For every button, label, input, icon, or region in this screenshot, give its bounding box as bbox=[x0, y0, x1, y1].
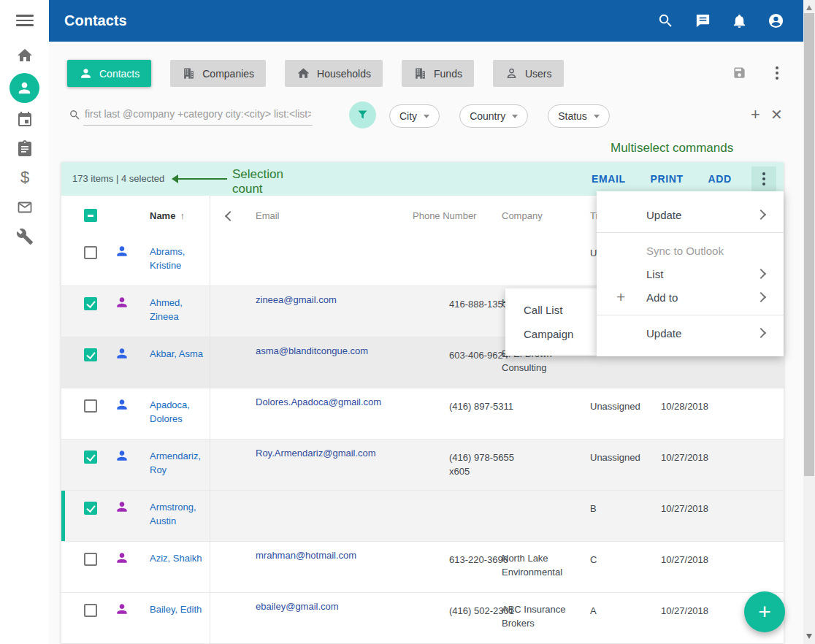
select-all-checkbox[interactable] bbox=[84, 209, 97, 222]
email-button[interactable]: EMAIL bbox=[592, 173, 626, 185]
row-checkbox[interactable] bbox=[84, 297, 97, 310]
print-button[interactable]: PRINT bbox=[651, 173, 684, 185]
add-filter-icon[interactable]: + bbox=[751, 105, 760, 124]
row-checkbox[interactable] bbox=[84, 502, 97, 515]
tab-households[interactable]: Households bbox=[285, 60, 383, 87]
vertical-scrollbar[interactable] bbox=[803, 0, 815, 644]
contact-name[interactable]: Abrams, Kristine bbox=[150, 245, 210, 272]
add-to-submenu: Call ListCampaign bbox=[505, 288, 597, 356]
table-row[interactable]: Aziz, Shaikhmrahman@hotmail.com613-220-3… bbox=[61, 542, 784, 593]
person-icon bbox=[79, 66, 93, 80]
row-checkbox[interactable] bbox=[84, 604, 97, 617]
menu-item-label: Campaign bbox=[524, 328, 573, 340]
chat-icon[interactable] bbox=[695, 12, 711, 29]
tab-label: Households bbox=[317, 68, 371, 80]
search-field-icon bbox=[69, 109, 81, 121]
tab-label: Contacts bbox=[99, 68, 139, 80]
tab-funds[interactable]: Funds bbox=[402, 60, 474, 87]
filter-chips: CityCountryStatus bbox=[389, 104, 610, 128]
add-contact-fab[interactable]: + bbox=[744, 591, 785, 632]
scroll-down-icon[interactable] bbox=[806, 634, 812, 639]
table-row[interactable]: Apadoca, DoloresDolores.Apadoca@gmail.co… bbox=[61, 388, 784, 440]
contact-email: ebailey@gmail.com bbox=[256, 599, 431, 613]
collapse-column-icon[interactable] bbox=[225, 211, 235, 221]
filter-funnel-button[interactable] bbox=[349, 101, 376, 129]
menu-item-update[interactable]: Update bbox=[597, 203, 784, 226]
scrollbar-thumb[interactable] bbox=[804, 13, 814, 476]
person-avatar-icon bbox=[115, 448, 129, 463]
person-avatar-icon bbox=[115, 244, 129, 258]
save-icon[interactable] bbox=[732, 66, 746, 80]
selection-summary: 173 items | 4 selected bbox=[72, 173, 164, 184]
filter-chip-city[interactable]: City bbox=[389, 104, 440, 128]
sort-ascending-icon: ↑ bbox=[180, 210, 185, 221]
contact-name[interactable]: Ahmed, Zineea bbox=[150, 296, 210, 323]
contact-tier: Unassigned bbox=[590, 399, 657, 413]
chip-label: Status bbox=[558, 110, 587, 122]
submenu-item-call-list[interactable]: Call List bbox=[505, 298, 597, 322]
row-checkbox[interactable] bbox=[84, 451, 97, 464]
column-divider bbox=[210, 196, 210, 644]
menu-item-label: Update bbox=[646, 209, 681, 221]
tasks-clipboard-icon[interactable] bbox=[16, 139, 34, 157]
chevron-right-icon bbox=[756, 269, 766, 279]
account-icon[interactable] bbox=[768, 12, 784, 29]
mail-icon[interactable] bbox=[16, 199, 34, 216]
contact-name[interactable]: Armstrong, Austin bbox=[150, 500, 210, 528]
search-input[interactable] bbox=[83, 103, 313, 126]
annotation-arrow-line bbox=[177, 178, 227, 180]
add-button[interactable]: ADD bbox=[708, 173, 732, 185]
menu-icon[interactable] bbox=[16, 12, 34, 29]
person-avatar-icon bbox=[115, 397, 129, 412]
column-header-phone[interactable]: Phone Number bbox=[413, 210, 476, 221]
tab-companies[interactable]: Companies bbox=[170, 60, 266, 87]
contact-name[interactable]: Bailey, Edith bbox=[150, 602, 210, 616]
menu-item-add-to[interactable]: +Add to bbox=[597, 285, 784, 309]
tab-users[interactable]: Users bbox=[493, 60, 564, 87]
menu-item-label: Add to bbox=[646, 291, 678, 304]
row-checkbox[interactable] bbox=[84, 246, 97, 259]
billing-dollar-icon[interactable]: $ bbox=[16, 169, 34, 186]
table-row[interactable]: Armstrong, AustinB10/27/2018 bbox=[61, 491, 784, 542]
clear-search-icon[interactable]: ✕ bbox=[770, 106, 783, 123]
menu-divider bbox=[597, 232, 784, 233]
chevron-right-icon bbox=[756, 292, 766, 302]
contact-name[interactable]: Apadoca, Dolores bbox=[150, 398, 210, 426]
table-row[interactable]: Bailey, Edithebailey@gmail.com(416) 502-… bbox=[61, 593, 784, 644]
scroll-up-icon[interactable] bbox=[806, 5, 812, 10]
contact-tier: Unassigned bbox=[590, 451, 657, 464]
filter-chip-status[interactable]: Status bbox=[548, 104, 610, 128]
contact-date: 10/27/2018 bbox=[661, 553, 730, 567]
contact-name[interactable]: Akbar, Asma bbox=[150, 347, 210, 361]
search-icon[interactable] bbox=[657, 12, 674, 29]
table-row[interactable]: Armendariz, RoyRoy.Armendariz@gmail.com(… bbox=[61, 440, 784, 491]
contact-name[interactable]: Aziz, Shaikh bbox=[150, 551, 210, 565]
calendar-icon[interactable] bbox=[16, 110, 34, 128]
column-header-name[interactable]: Name↑ bbox=[150, 210, 185, 221]
contact-name[interactable]: Armendariz, Roy bbox=[150, 449, 210, 477]
chevron-right-icon bbox=[756, 210, 766, 220]
menu-item-update[interactable]: Update bbox=[597, 321, 784, 345]
menu-item-label: List bbox=[646, 268, 663, 280]
kebab-icon bbox=[757, 172, 770, 185]
home-icon[interactable] bbox=[16, 47, 34, 64]
contact-email: asma@blanditcongue.com bbox=[256, 344, 431, 358]
multiselect-more-button[interactable] bbox=[751, 166, 776, 191]
column-header-email[interactable]: Email bbox=[256, 210, 280, 221]
left-nav-sidebar: $ bbox=[0, 0, 49, 644]
app-header: Contacts bbox=[49, 0, 803, 42]
tab-contacts[interactable]: Contacts bbox=[67, 60, 151, 87]
row-checkbox[interactable] bbox=[84, 553, 97, 566]
filter-chip-country[interactable]: Country bbox=[459, 104, 528, 128]
submenu-item-campaign[interactable]: Campaign bbox=[505, 322, 597, 346]
column-header-company[interactable]: Company bbox=[502, 210, 543, 221]
row-checkbox[interactable] bbox=[84, 348, 97, 361]
row-checkbox[interactable] bbox=[84, 399, 97, 413]
more-options-icon[interactable] bbox=[770, 66, 784, 80]
tools-wrench-icon[interactable] bbox=[16, 228, 34, 245]
menu-item-list[interactable]: List bbox=[597, 262, 784, 285]
notifications-bell-icon[interactable] bbox=[731, 12, 748, 29]
multiselect-actions: EMAILPRINTADD bbox=[592, 173, 732, 185]
contacts-nav-icon[interactable] bbox=[9, 73, 39, 103]
person-outline-icon bbox=[505, 66, 519, 80]
